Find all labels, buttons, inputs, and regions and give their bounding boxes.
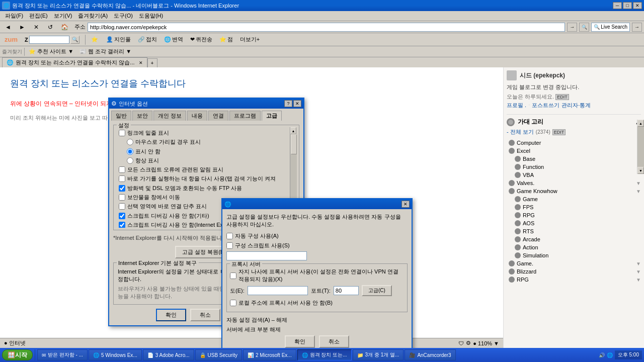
dialog-close-button[interactable]: ✕ [293, 100, 301, 107]
send-btn[interactable]: ❤ 퀴전송 [188, 34, 215, 45]
tab-privacy[interactable]: 개인 정보 [153, 111, 186, 121]
stop-button[interactable]: ✕ [30, 22, 42, 32]
cat-action[interactable]: Action [507, 243, 641, 251]
back-button[interactable]: ◄ [2, 22, 14, 32]
check-ftp-input[interactable] [119, 185, 125, 192]
cat-rpg[interactable]: RPG [507, 211, 641, 219]
dialog2-close-button[interactable]: ✕ [401, 201, 410, 208]
favorites-btn[interactable]: ⭐ [89, 35, 102, 44]
cat-computer[interactable]: Computer ▼ [507, 139, 641, 147]
tab-advanced[interactable]: 고급 [262, 111, 282, 121]
translate-btn[interactable]: 🌐 변역 [162, 34, 186, 45]
taskbar-mail[interactable]: ✉ 받은 편자함 - ... [37, 349, 88, 360]
more-btn[interactable]: 더보기+ [237, 34, 262, 45]
recommended-sites[interactable]: ⭐ 추천 사이트 ▼ [27, 47, 75, 56]
taskbar-ie-active[interactable]: 🌐 원격 장치 또는... [297, 349, 352, 360]
check-reuse-input[interactable] [119, 175, 125, 182]
check-selection-input[interactable] [119, 203, 125, 210]
radio-always-input[interactable] [127, 157, 133, 164]
maximize-button[interactable]: □ [623, 2, 632, 9]
close-button[interactable]: ✕ [633, 2, 642, 9]
profile-link[interactable]: 프로필 . [507, 102, 526, 109]
cat-game[interactable]: Game [507, 195, 641, 203]
cat-aos[interactable]: AOS [507, 219, 641, 227]
cat-edit-badge[interactable]: EDIT [552, 129, 566, 135]
scroll-thumb[interactable] [291, 134, 297, 154]
taskbar-excel[interactable]: 📊 2 Microsoft Ex... [243, 349, 296, 360]
minimize-button[interactable]: ─ [613, 2, 622, 9]
cat-fps[interactable]: FPS [507, 203, 641, 211]
edit-badge[interactable]: EDIT [555, 94, 569, 100]
proxy-checkbox[interactable] [230, 273, 236, 279]
tab-security[interactable]: 보안 [132, 111, 152, 121]
sidebar-scroll-down[interactable]: ▼ [637, 167, 644, 174]
menu-tools[interactable]: 도구(O) [111, 11, 136, 21]
cat-valves[interactable]: Valves. ▼ [507, 179, 641, 187]
search-button[interactable]: 🔍 [579, 23, 589, 32]
cat-rts[interactable]: RTS [507, 227, 641, 235]
proxy-advanced-btn[interactable]: 고급(C) [362, 285, 392, 296]
menu-favorites[interactable]: 즐겨찾기(A) [75, 11, 111, 21]
taskbar-ie-multiple[interactable]: 🌐 5 Windows Ex... [89, 349, 142, 360]
check-underline-input[interactable] [119, 130, 125, 136]
taskbar-folder[interactable]: 📁 3개 중 1개 열... [353, 349, 404, 360]
check-security-move-input[interactable] [119, 194, 125, 201]
menu-help[interactable]: 도움말(H) [136, 11, 166, 21]
dialog2-cancel-btn[interactable]: 취소 [319, 335, 349, 348]
scroll-up-btn[interactable]: ▲ [290, 127, 296, 134]
admin-link[interactable]: 관리자·통계 [561, 102, 591, 109]
script-input[interactable] [226, 251, 307, 260]
cat-gameknowhow[interactable]: Game Knowhow ▼ [507, 187, 641, 195]
toolbar-z[interactable]: Z 🔍 [22, 34, 82, 45]
z-search-button[interactable]: 🔍 [70, 36, 79, 44]
start-button[interactable]: 🪟 시작 [2, 349, 33, 360]
proxy-addr-input[interactable] [248, 286, 308, 295]
script-use-checkbox[interactable] [226, 242, 233, 249]
point-btn[interactable]: ⭐ 점 [217, 34, 235, 45]
ok-button[interactable]: 확인 [156, 309, 186, 321]
proxy-port-input[interactable] [334, 286, 359, 295]
cat-blizzard[interactable]: Blizzard ▼ [507, 267, 641, 276]
menu-edit[interactable]: 편집(E) [26, 11, 51, 21]
tab-main[interactable]: 🌐 원격 장치 또는 리소스가 연결을 수락하지 않습... ✕ [2, 57, 147, 67]
view-all-link[interactable]: - 전체 보기 [507, 128, 534, 136]
cat-excel[interactable]: Excel ▼ [507, 147, 641, 155]
connect-btn[interactable]: 🔗 접치 [135, 34, 159, 45]
address-input[interactable] [88, 23, 565, 32]
auto-config-checkbox[interactable] [226, 233, 233, 239]
cat-simulation[interactable]: Simulation [507, 251, 641, 259]
tab-close-icon[interactable]: ✕ [139, 60, 143, 65]
taskbar-adobe[interactable]: 📄 3 Adobe Acro... [143, 349, 194, 360]
sidebar-scroll-up[interactable]: ▲ [637, 120, 644, 127]
tab-connections[interactable]: 연결 [208, 111, 228, 121]
menu-file[interactable]: 파일(F) [2, 11, 26, 21]
taskbar-usb[interactable]: 🔒 USB Security [195, 349, 242, 360]
cat-function[interactable]: Function [507, 163, 641, 171]
live-search[interactable]: 🔍 Live Search [591, 23, 630, 32]
menu-view[interactable]: 보기(V) [51, 11, 75, 21]
tab-general[interactable]: 일반 [111, 111, 131, 121]
check-debug2-input[interactable] [119, 222, 125, 228]
tab-programs[interactable]: 프로그램 [229, 111, 261, 121]
cat-arcade[interactable]: Arcade [507, 235, 641, 243]
tab-content[interactable]: 내용 [187, 111, 207, 121]
cancel-button[interactable]: 취소 [190, 309, 220, 321]
new-tab-button[interactable]: + [147, 58, 157, 67]
go-button[interactable]: → [567, 23, 577, 32]
cat-rpg2[interactable]: RPG ▼ [507, 276, 641, 284]
toolbar-zum[interactable]: zum [2, 34, 20, 45]
dialog2-ok-btn[interactable]: 확인 [285, 335, 315, 348]
people-btn[interactable]: 👤 지인풀 [104, 34, 133, 45]
refresh-button[interactable]: ↺ [44, 22, 56, 32]
dialog-help-button[interactable]: ? [284, 100, 292, 107]
cat-game2[interactable]: Game. ▼ [507, 259, 641, 267]
z-input[interactable] [29, 36, 69, 44]
cat-base[interactable]: Base [507, 155, 641, 163]
home-button[interactable]: 🏠 [58, 22, 70, 32]
radio-hover-input[interactable] [127, 139, 133, 145]
check-script-error-input[interactable] [119, 166, 125, 173]
post-write-link[interactable]: 포스트쓰기 [532, 102, 559, 109]
bypass-checkbox[interactable] [230, 300, 236, 306]
check-debug1-input[interactable] [119, 213, 125, 219]
web-snippets[interactable]: 📰 웹 조각 갤러리 ▼ [77, 47, 133, 56]
